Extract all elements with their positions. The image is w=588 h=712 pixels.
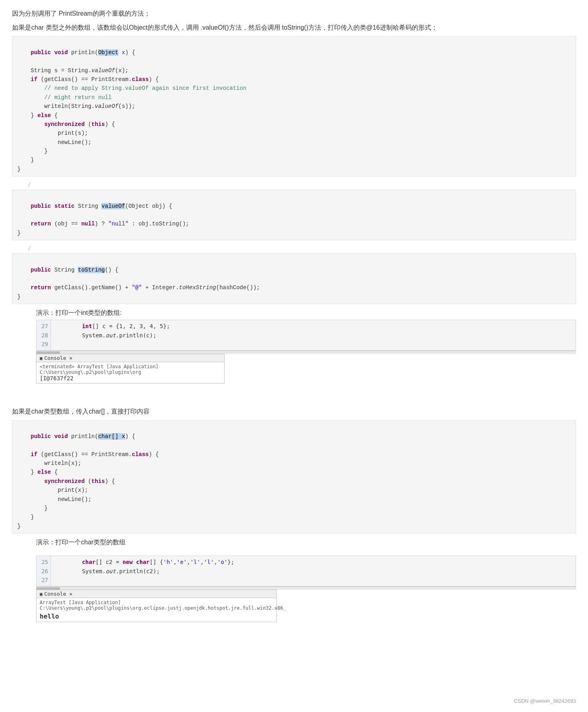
demo1-console-body: <terminated> ArrayTest [Java Application…	[36, 362, 224, 383]
intro-line1: 因为分别调用了 PrintStream的两个重载的方法；	[12, 8, 576, 19]
demo2-code-line-26: System.out.println(c2);	[55, 567, 572, 576]
section-divider-2: /	[12, 245, 576, 251]
demo2-label: 演示：打印一个char类型的数组	[36, 538, 576, 547]
intro-line2: 如果是char 类型之外的数组，该数组会以Object的形式传入，调用 .val…	[12, 22, 576, 33]
demo1-linenum-27: 27	[39, 322, 48, 331]
demo1-line-numbers: 27 28 29	[36, 320, 51, 350]
demo2-console-output: hello	[40, 613, 273, 620]
demo1-section: 演示：打印一个int类型的数组: 27 28 29 int[] c = {1, …	[36, 309, 576, 383]
demo1-console: ▣ Console ✕ <terminated> ArrayTest [Java…	[36, 354, 225, 383]
code-block-println-object: public void println(Object x) { String s…	[12, 36, 576, 176]
demo1-console-terminated: <terminated> ArrayTest [Java Application…	[40, 364, 221, 375]
demo2-console-body: ArrayTest [Java Application] C:\Users\yo…	[36, 598, 276, 622]
demo1-linenum-28: 28	[39, 331, 48, 340]
demo2-code-line-27	[55, 576, 572, 584]
demo1-code-line-27: int[] c = {1, 2, 3, 4, 5};	[55, 322, 572, 331]
console-icon-1: ▣	[40, 355, 43, 361]
demo2-linenum-26: 26	[39, 567, 48, 576]
demo2-section: 演示：打印一个char类型的数组 25 26 27 char[] c2 = ne…	[36, 538, 576, 622]
demo1-console-header: ▣ Console ✕	[36, 354, 224, 362]
demo1-label: 演示：打印一个int类型的数组:	[36, 309, 576, 317]
demo2-code-content: char[] c2 = new char[] {'h','e','l','l',…	[51, 556, 576, 586]
demo1-code: 27 28 29 int[] c = {1, 2, 3, 4, 5}; Syst…	[36, 320, 576, 351]
code-block-valueof: public static String valueOf(Object obj)…	[12, 190, 576, 240]
watermark: CSDN @weixin_38242693	[514, 698, 576, 704]
code-block-tostring: public String toString() { return getCla…	[12, 254, 576, 304]
intro2-line1: 如果是char类型数组，传入char[]，直接打印内容	[12, 406, 576, 417]
demo2-line-numbers: 25 26 27	[36, 556, 51, 586]
demo1-console-output: [I@7637f22	[40, 375, 221, 381]
demo2-code-line-25: char[] c2 = new char[] {'h','e','l','l',…	[55, 558, 572, 566]
demo1-code-content: int[] c = {1, 2, 3, 4, 5}; System.out.pr…	[51, 320, 576, 350]
demo1-code-line-29	[55, 340, 572, 349]
demo2-code: 25 26 27 char[] c2 = new char[] {'h','e'…	[36, 556, 576, 586]
demo2-scrollbar[interactable]	[36, 586, 576, 590]
demo2-linenum-25: 25	[39, 558, 48, 566]
demo1-code-line-28: System.out.println(c);	[55, 331, 572, 340]
demo2-console: ▣ Console ✕ ArrayTest [Java Application]…	[36, 590, 277, 622]
demo2-console-title: Console ✕	[44, 591, 72, 597]
demo1-console-title: Console ✕	[44, 355, 72, 361]
section-divider-1: /	[12, 181, 576, 187]
demo2-console-terminated: ArrayTest [Java Application] C:\Users\yo…	[40, 600, 273, 611]
demo2-linenum-27: 27	[39, 576, 48, 584]
demo2-console-header: ▣ Console ✕	[36, 590, 276, 598]
console-icon-2: ▣	[40, 591, 43, 597]
demo1-linenum-29: 29	[39, 340, 48, 349]
code-block-println-char: public void println(char[] x) { if (getC…	[12, 420, 576, 534]
demo1-scrollbar[interactable]	[36, 351, 576, 354]
